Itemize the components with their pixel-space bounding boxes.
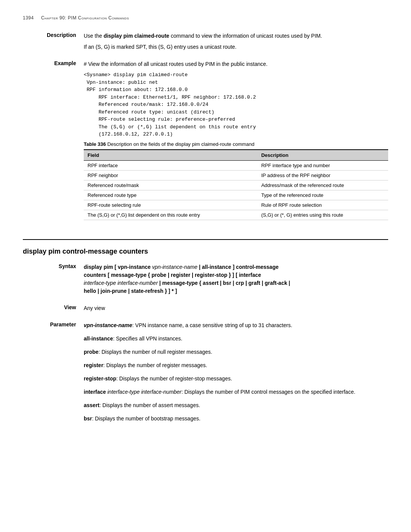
param-name: register bbox=[84, 362, 103, 368]
param-entry: interface interface-type interface-numbe… bbox=[84, 388, 388, 396]
param-suffix: : Displays the number of null register m… bbox=[99, 349, 212, 355]
section-divider bbox=[23, 239, 388, 240]
syntax-section: Syntax display pim [ vpn-instance vpn-in… bbox=[23, 263, 388, 298]
desc-text-before: Use the bbox=[84, 33, 104, 39]
parameter-label: Parameter bbox=[23, 321, 84, 328]
field-desc-cell: RPF interface type and number bbox=[257, 160, 388, 170]
field-desc-cell: (S,G) or (*, G) entries using this route bbox=[257, 210, 388, 220]
param-entry: assert: Displays the number of assert me… bbox=[84, 401, 388, 409]
table-header-row: Field Description bbox=[84, 150, 388, 161]
param-entry: vpn-instance-name: VPN instance name, a … bbox=[84, 321, 388, 329]
page-number: 1394 bbox=[23, 15, 34, 21]
field-name-cell: The (S,G) or (*,G) list dependent on thi… bbox=[84, 210, 257, 220]
field-name-cell: RPF neighbor bbox=[84, 170, 257, 180]
param-entry: all-instance: Specifies all VPN instance… bbox=[84, 335, 388, 343]
view-content: Any view bbox=[84, 304, 388, 315]
col-description: Description bbox=[257, 150, 388, 161]
description-section: Description Use the display pim claimed-… bbox=[23, 32, 388, 54]
param-name-italic: interface-type interface-number bbox=[106, 389, 181, 395]
field-name-cell: RPF interface bbox=[84, 160, 257, 170]
syntax-content: display pim [ vpn-instance vpn-instance-… bbox=[84, 263, 388, 298]
param-name: vpn-instance-name bbox=[84, 322, 132, 328]
example-section: Example # View the information of all un… bbox=[23, 60, 388, 228]
desc-text-after: command to view the information of unica… bbox=[169, 33, 322, 39]
syntax-label: Syntax bbox=[23, 263, 84, 269]
param-suffix: : Displays the number of bootstrap messa… bbox=[92, 415, 201, 422]
param-name: register-stop bbox=[84, 375, 116, 382]
table-number: Table 336 bbox=[84, 141, 106, 147]
param-name: probe bbox=[84, 349, 99, 355]
table-row: Referenced route typeType of the referen… bbox=[84, 190, 388, 200]
param-suffix: : Specifies all VPN instances. bbox=[113, 335, 182, 342]
col-field: Field bbox=[84, 150, 257, 161]
view-label: View bbox=[23, 304, 84, 310]
description-para2: If an (S, G) is marked SPT, this (S, G) … bbox=[84, 43, 388, 51]
parameter-section: Parameter vpn-instance-name: VPN instanc… bbox=[23, 321, 388, 428]
param-suffix: : Displays the number of register messag… bbox=[103, 362, 207, 368]
param-suffix: : VPN instance name, a case sensitive st… bbox=[132, 322, 292, 328]
field-desc-cell: Rule of RPF route selection bbox=[257, 200, 388, 210]
section2-heading: display pim control-message counters bbox=[23, 248, 388, 256]
example-code: <Sysname> display pim claimed-route Vpn-… bbox=[84, 71, 388, 138]
table-caption: Table 336 Description on the fields of t… bbox=[84, 141, 388, 147]
example-content: # View the information of all unicast ro… bbox=[84, 60, 388, 228]
chapter-label: Chapter 90: PIM Configuration Commands bbox=[41, 15, 129, 21]
syntax-text: display pim [ vpn-instance vpn-instance-… bbox=[84, 263, 388, 295]
description-label: Description bbox=[23, 32, 84, 38]
field-name-cell: Referenced route/mask bbox=[84, 180, 257, 190]
table-row: Referenced route/maskAddress/mask of the… bbox=[84, 180, 388, 190]
field-desc-cell: IP address of the RPF neighbor bbox=[257, 170, 388, 180]
param-suffix: : Displays the number of register-stop m… bbox=[116, 375, 232, 382]
description-content: Use the display pim claimed-route comman… bbox=[84, 32, 388, 54]
table-row: The (S,G) or (*,G) list dependent on thi… bbox=[84, 210, 388, 220]
param-name: bsr bbox=[84, 415, 92, 422]
syntax-italic2: interface-type interface-number bbox=[84, 280, 158, 286]
param-entry: probe: Displays the number of null regis… bbox=[84, 348, 388, 356]
example-label: Example bbox=[23, 60, 84, 66]
param-entry: register-stop: Displays the number of re… bbox=[84, 375, 388, 383]
desc-command-bold: display pim claimed-route bbox=[104, 33, 169, 39]
param-name: interface bbox=[84, 389, 106, 395]
param-entry: register: Displays the number of registe… bbox=[84, 361, 388, 369]
param-entry: bsr: Displays the number of bootstrap me… bbox=[84, 415, 388, 423]
param-name: assert bbox=[84, 402, 99, 408]
table-caption-text: Description on the fields of the display… bbox=[106, 141, 254, 147]
syntax-bold1: display pim [ vpn-instance bbox=[84, 264, 152, 270]
field-name-cell: Referenced route type bbox=[84, 190, 257, 200]
field-desc-cell: Address/mask of the referenced route bbox=[257, 180, 388, 190]
view-text: Any view bbox=[84, 304, 388, 312]
page-header: 1394 Chapter 90: PIM Configuration Comma… bbox=[23, 15, 388, 21]
syntax-italic1: vpn-instance-name bbox=[152, 264, 198, 270]
param-suffix: : Displays the number of PIM control mes… bbox=[182, 389, 355, 395]
table-row: RPF-route selecting ruleRule of RPF rout… bbox=[84, 200, 388, 210]
table-row: RPF interfaceRPF interface type and numb… bbox=[84, 160, 388, 170]
fields-table: Field Description RPF interfaceRPF inter… bbox=[84, 149, 388, 220]
field-desc-cell: Type of the referenced route bbox=[257, 190, 388, 200]
table-row: RPF neighborIP address of the RPF neighb… bbox=[84, 170, 388, 180]
field-name-cell: RPF-route selecting rule bbox=[84, 200, 257, 210]
example-intro: # View the information of all unicast ro… bbox=[84, 60, 388, 68]
description-para1: Use the display pim claimed-route comman… bbox=[84, 32, 388, 40]
param-name: all-instance bbox=[84, 335, 113, 342]
param-suffix: : Displays the number of assert messages… bbox=[99, 402, 200, 408]
view-section: View Any view bbox=[23, 304, 388, 315]
parameter-content: vpn-instance-name: VPN instance name, a … bbox=[84, 321, 388, 428]
